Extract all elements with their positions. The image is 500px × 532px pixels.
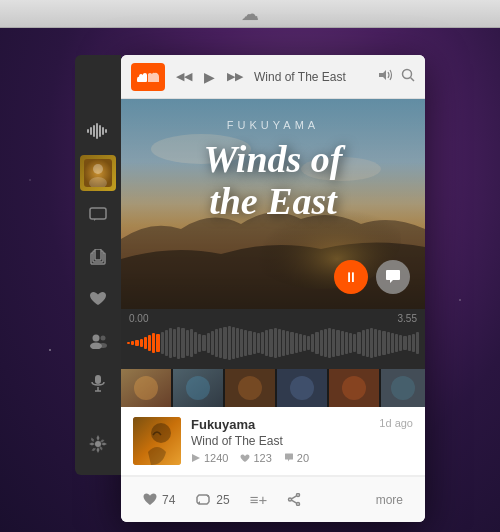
waveform-bar[interactable]: [211, 331, 214, 355]
waveform-bar[interactable]: [236, 328, 239, 358]
waveform-bar[interactable]: [223, 327, 226, 359]
waveform-bar[interactable]: [152, 333, 155, 353]
search-button[interactable]: [401, 68, 415, 85]
waveform-bar[interactable]: [357, 332, 360, 354]
waveform-bar[interactable]: [127, 342, 130, 344]
waveform-bar[interactable]: [261, 332, 264, 354]
waveform-bar[interactable]: [248, 331, 251, 355]
waveform-bar[interactable]: [328, 328, 331, 358]
waveform-bar[interactable]: [382, 331, 385, 355]
waveform-bar[interactable]: [140, 339, 143, 347]
waveform-bar[interactable]: [286, 331, 289, 355]
sidebar-item-people[interactable]: [75, 320, 121, 362]
waveform-bar[interactable]: [324, 329, 327, 357]
waveform-bar[interactable]: [202, 335, 205, 351]
svg-line-48: [292, 496, 297, 499]
waveform-bar[interactable]: [345, 332, 348, 354]
waveform-bar[interactable]: [378, 330, 381, 356]
waveform-bar[interactable]: [131, 341, 134, 345]
comment-button[interactable]: [376, 260, 410, 294]
waveform-area[interactable]: 0.00 3.55: [121, 309, 425, 369]
waveform-bar[interactable]: [198, 334, 201, 352]
waveform-bar[interactable]: [265, 330, 268, 356]
waveform-bar[interactable]: [135, 340, 138, 346]
waveform-bar[interactable]: [194, 332, 197, 354]
waveform-bar[interactable]: [395, 334, 398, 352]
waveform-bar[interactable]: [295, 333, 298, 353]
waveform-bar[interactable]: [156, 334, 159, 352]
waveform-bar[interactable]: [366, 329, 369, 357]
waveform-bar[interactable]: [215, 329, 218, 357]
more-button[interactable]: more: [366, 487, 413, 513]
waveform-bar[interactable]: [416, 332, 419, 354]
svg-rect-3: [96, 123, 98, 139]
waveform-bar[interactable]: [290, 332, 293, 354]
waveform-bar[interactable]: [391, 333, 394, 353]
waveform-bar[interactable]: [349, 333, 352, 353]
waveform-bar[interactable]: [274, 328, 277, 358]
waveform-bar[interactable]: [307, 336, 310, 350]
pause-button[interactable]: ⏸: [334, 260, 368, 294]
comment-count-card: 20: [284, 452, 309, 464]
waveform-bar[interactable]: [299, 334, 302, 352]
waveform-bar[interactable]: [232, 327, 235, 359]
waveform-bar[interactable]: [370, 328, 373, 358]
play-button[interactable]: ▶: [201, 67, 218, 87]
waveform-bar[interactable]: [257, 333, 260, 353]
share-action-button[interactable]: [277, 487, 311, 512]
waveform-bar[interactable]: [253, 332, 256, 354]
sidebar-item-comments[interactable]: [75, 194, 121, 236]
waveform-bar[interactable]: [403, 336, 406, 350]
waveform-bar[interactable]: [282, 330, 285, 356]
waveform[interactable]: [121, 324, 425, 362]
svg-point-47: [289, 498, 292, 501]
waveform-bar[interactable]: [207, 333, 210, 353]
waveform-bar[interactable]: [148, 335, 151, 351]
waveform-bar[interactable]: [244, 330, 247, 356]
player: ◀◀ ▶ ▶▶ Wind of The East: [121, 55, 425, 522]
waveform-bar[interactable]: [362, 330, 365, 356]
prev-button[interactable]: ◀◀: [173, 68, 195, 85]
waveform-bar[interactable]: [320, 330, 323, 356]
sidebar-item-user[interactable]: [75, 152, 121, 194]
add-action-button[interactable]: ≡+: [240, 485, 278, 514]
waveform-bar[interactable]: [332, 329, 335, 357]
repost-action-button[interactable]: 25: [185, 487, 239, 513]
waveform-bar[interactable]: [315, 332, 318, 354]
waveform-bar[interactable]: [353, 334, 356, 352]
waveform-bar[interactable]: [408, 335, 411, 351]
waveform-bar[interactable]: [181, 328, 184, 358]
waveform-bar[interactable]: [161, 332, 164, 354]
svg-rect-10: [90, 208, 106, 219]
svg-point-45: [297, 494, 300, 497]
waveform-bar[interactable]: [186, 330, 189, 356]
waveform-bar[interactable]: [177, 327, 180, 359]
waveform-bar[interactable]: [303, 335, 306, 351]
add-icon: ≡+: [250, 491, 268, 508]
waveform-bar[interactable]: [341, 331, 344, 355]
waveform-bar[interactable]: [165, 330, 168, 356]
waveform-bar[interactable]: [399, 335, 402, 351]
next-button[interactable]: ▶▶: [224, 68, 246, 85]
sidebar-item-record[interactable]: [75, 362, 121, 404]
sidebar-item-stream[interactable]: [75, 110, 121, 152]
waveform-bar[interactable]: [144, 337, 147, 349]
waveform-bar[interactable]: [311, 334, 314, 352]
volume-button[interactable]: [379, 69, 393, 84]
waveform-bar[interactable]: [412, 334, 415, 352]
waveform-bar[interactable]: [240, 329, 243, 357]
waveform-bar[interactable]: [269, 329, 272, 357]
sidebar-item-collection[interactable]: [75, 236, 121, 278]
waveform-bar[interactable]: [190, 329, 193, 357]
waveform-bar[interactable]: [278, 329, 281, 357]
waveform-bar[interactable]: [336, 330, 339, 356]
waveform-bar[interactable]: [387, 332, 390, 354]
waveform-bar[interactable]: [219, 328, 222, 358]
like-action-button[interactable]: 74: [133, 487, 185, 513]
sidebar-item-settings[interactable]: [75, 423, 121, 465]
waveform-bar[interactable]: [173, 329, 176, 357]
waveform-bar[interactable]: [228, 326, 231, 360]
waveform-bar[interactable]: [374, 329, 377, 357]
sidebar-item-likes[interactable]: [75, 278, 121, 320]
waveform-bar[interactable]: [169, 328, 172, 358]
